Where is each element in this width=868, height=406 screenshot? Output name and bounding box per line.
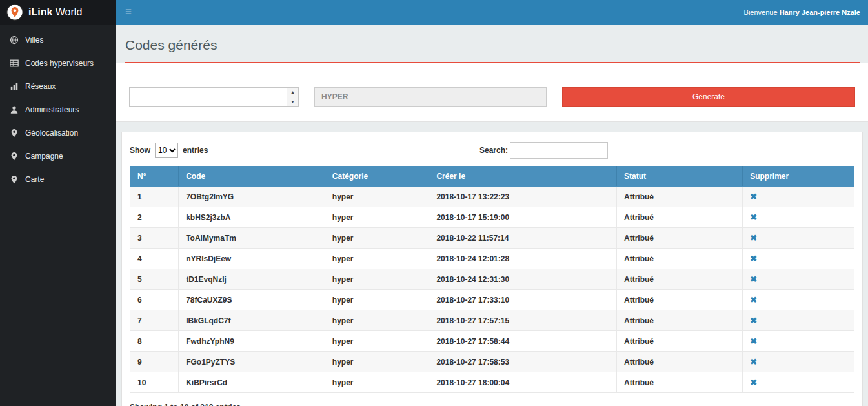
show-label: Show (130, 146, 150, 155)
search-label: Search: (479, 146, 508, 155)
code-cell: FwdhzYphN9 (179, 331, 325, 352)
code-cell: KiBPirsrCd (179, 372, 325, 393)
hamburger-menu-icon[interactable]: ≡ (116, 0, 141, 25)
row-number-cell: 6 (130, 290, 179, 310)
delete-icon[interactable]: ✖ (750, 254, 757, 263)
globe-icon (10, 36, 19, 45)
table-info: Showing 1 to 10 of 218 entries (130, 403, 854, 406)
sidebar-item-geolocalisation[interactable]: Géolocalisation (0, 121, 116, 145)
category-cell: hyper (325, 290, 429, 310)
page-title: Codes générés (125, 37, 859, 53)
brand-light-text: World (56, 6, 83, 17)
welcome-message: Bienvenue Hanry Jean-pierre Nzale (744, 0, 868, 25)
code-cell: kbHS2j3zbA (179, 207, 325, 228)
spinner-down-icon[interactable]: ▼ (287, 97, 298, 107)
table-row: 4nYRIsDjEewhyper2018-10-24 12:01:28Attri… (130, 249, 854, 269)
code-cell: ToAiMymaTm (179, 228, 325, 249)
row-number-cell: 1 (130, 187, 179, 207)
status-cell: Attribué (616, 249, 742, 269)
column-header[interactable]: Code (179, 167, 325, 187)
category-cell: hyper (325, 269, 429, 290)
delete-icon[interactable]: ✖ (750, 212, 757, 222)
delete-icon[interactable]: ✖ (750, 336, 757, 346)
delete-icon[interactable]: ✖ (750, 192, 757, 201)
sidebar-item-label: Codes hyperviseurs (25, 59, 94, 68)
category-cell: hyper (325, 187, 429, 207)
search-input[interactable] (510, 142, 608, 159)
code-generator-panel: ▲ ▼ Generate (116, 63, 868, 122)
user-icon (10, 105, 19, 114)
category-cell: hyper (325, 372, 429, 393)
code-cell: IBkGLqdC7f (179, 310, 325, 331)
brand-bold-text: iLink (28, 6, 52, 17)
code-count-field: ▲ ▼ (129, 87, 299, 107)
code-cell: 7OBtg2lmYG (179, 187, 325, 207)
delete-icon[interactable]: ✖ (750, 295, 757, 305)
delete-cell: ✖ (743, 228, 854, 249)
delete-icon[interactable]: ✖ (750, 316, 757, 325)
delete-cell: ✖ (743, 310, 854, 331)
brand[interactable]: iLink World (0, 0, 116, 25)
category-cell: hyper (325, 310, 429, 331)
welcome-prefix: Bienvenue (744, 8, 778, 16)
created-cell: 2018-10-22 11:57:14 (429, 228, 617, 249)
status-cell: Attribué (616, 331, 742, 352)
map-marker-icon (10, 128, 19, 137)
number-spinner: ▲ ▼ (287, 88, 298, 106)
top-bar: iLink World ≡ Bienvenue Hanry Jean-pierr… (0, 0, 868, 25)
delete-icon[interactable]: ✖ (750, 274, 757, 284)
code-count-input[interactable] (130, 88, 287, 106)
table-row: 3ToAiMymaTmhyper2018-10-22 11:57:14Attri… (130, 228, 854, 249)
row-number-cell: 10 (130, 372, 179, 393)
page-length-control: Show 10 entries (130, 143, 208, 158)
entries-label: entries (183, 146, 208, 155)
table-row: 7IBkGLqdC7fhyper2018-10-27 17:57:15Attri… (130, 310, 854, 331)
sidebar-item-carte[interactable]: Carte (0, 168, 116, 191)
column-header[interactable]: Statut (616, 167, 742, 187)
delete-icon[interactable]: ✖ (750, 378, 757, 387)
column-header[interactable]: Créer le (429, 167, 617, 187)
status-cell: Attribué (616, 372, 742, 393)
status-cell: Attribué (616, 352, 742, 372)
delete-icon[interactable]: ✖ (750, 233, 757, 243)
delete-cell: ✖ (743, 290, 854, 310)
map-marker-icon (10, 152, 19, 161)
delete-cell: ✖ (743, 331, 854, 352)
created-cell: 2018-10-17 15:19:00 (429, 207, 617, 228)
delete-cell: ✖ (743, 249, 854, 269)
table-body: 17OBtg2lmYGhyper2018-10-17 13:22:23Attri… (130, 187, 854, 393)
category-input (314, 87, 547, 107)
sidebar-item-campagne[interactable]: Campagne (0, 145, 116, 168)
delete-icon[interactable]: ✖ (750, 357, 757, 367)
sidebar-item-reseaux[interactable]: Réseaux (0, 75, 116, 98)
status-cell: Attribué (616, 269, 742, 290)
status-cell: Attribué (616, 207, 742, 228)
sidebar-item-administrateurs[interactable]: Administrateurs (0, 98, 116, 121)
sidebar-item-label: Réseaux (25, 82, 56, 91)
sidebar-item-villes[interactable]: Villes (0, 28, 116, 52)
delete-cell: ✖ (743, 269, 854, 290)
column-header[interactable]: Catégorie (325, 167, 429, 187)
user-name: Hanry Jean-pierre Nzale (780, 8, 860, 16)
page-length-select[interactable]: 10 (155, 143, 178, 158)
spinner-up-icon[interactable]: ▲ (287, 88, 298, 97)
search-control: Search: (479, 142, 608, 159)
sidebar-item-label: Administrateurs (25, 105, 79, 114)
column-header[interactable]: N° (130, 167, 179, 187)
created-cell: 2018-10-27 17:58:44 (429, 331, 617, 352)
created-cell: 2018-10-27 18:00:04 (429, 372, 617, 393)
sidebar-item-codes-hyperviseurs[interactable]: Codes hyperviseurs (0, 52, 116, 75)
column-header[interactable]: Supprimer (743, 167, 854, 187)
delete-cell: ✖ (743, 187, 854, 207)
generate-button[interactable]: Generate (562, 87, 855, 107)
row-number-cell: 9 (130, 352, 179, 372)
row-number-cell: 7 (130, 310, 179, 331)
delete-cell: ✖ (743, 207, 854, 228)
row-number-cell: 5 (130, 269, 179, 290)
table-row: 17OBtg2lmYGhyper2018-10-17 13:22:23Attri… (130, 187, 854, 207)
category-cell: hyper (325, 207, 429, 228)
page-header: Codes générés (116, 25, 868, 62)
row-number-cell: 3 (130, 228, 179, 249)
delete-cell: ✖ (743, 372, 854, 393)
row-number-cell: 4 (130, 249, 179, 269)
